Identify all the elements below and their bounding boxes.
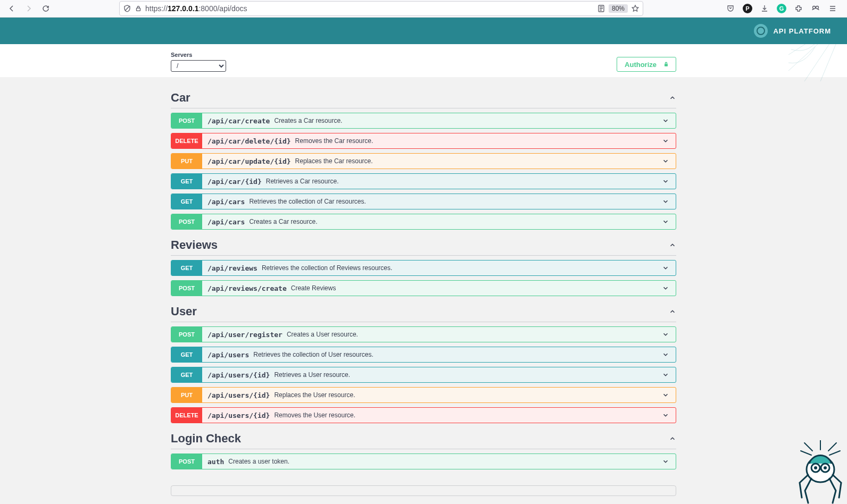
back-button[interactable] [4, 1, 19, 16]
chevron-down-icon [655, 264, 676, 272]
operation-path: /api/reviews [207, 264, 258, 272]
operation-body: /api/carsCreates a Car resource. [202, 218, 655, 226]
operation-row[interactable]: DELETE/api/car/delete/{id}Removes the Ca… [171, 133, 676, 149]
chevron-up-icon [669, 94, 676, 102]
tag-section: ReviewsGET/api/reviewsRetrieves the coll… [171, 234, 676, 296]
extensions-icon[interactable] [794, 4, 803, 13]
extension-p-icon[interactable]: P [743, 4, 752, 13]
operation-path: /api/users/{id} [207, 391, 270, 399]
tag-header[interactable]: Car [171, 87, 676, 108]
operation-row[interactable]: GET/api/usersRetrieves the collection of… [171, 347, 676, 363]
operation-body: /api/user/registerCreates a User resourc… [202, 331, 655, 339]
operation-description: Retrieves a Car resource. [266, 178, 339, 185]
tag-section: UserPOST/api/user/registerCreates a User… [171, 300, 676, 423]
operation-body: authCreates a user token. [202, 458, 655, 466]
operation-row[interactable]: PUT/api/car/update/{id}Replaces the Car … [171, 153, 676, 169]
url-bar[interactable]: https://127.0.0.1:8000/api/docs 80% [119, 1, 643, 16]
servers-label: Servers [171, 52, 676, 58]
operation-description: Retrieves the collection of Reviews reso… [262, 264, 392, 272]
extension-g-icon[interactable]: G [777, 4, 786, 13]
operation-path: /api/users/{id} [207, 411, 270, 419]
operation-row[interactable]: POST/api/user/registerCreates a User res… [171, 326, 676, 342]
menu-icon[interactable] [828, 4, 837, 13]
chevron-down-icon [655, 137, 676, 145]
operation-description: Replaces the Car resource. [295, 157, 373, 165]
operation-path: /api/user/register [207, 331, 283, 339]
chevron-down-icon [655, 178, 676, 185]
tag-title: Reviews [171, 238, 218, 252]
operation-description: Creates a Car resource. [274, 117, 342, 124]
brand-text: API PLATFORM [773, 27, 831, 35]
servers-select[interactable]: / [171, 60, 226, 72]
chevron-down-icon [655, 117, 676, 124]
operation-row[interactable]: GET/api/carsRetrieves the collection of … [171, 194, 676, 209]
reader-icon[interactable] [597, 4, 605, 13]
chevron-down-icon [655, 351, 676, 358]
chevron-down-icon [655, 391, 676, 399]
operation-row[interactable]: GET/api/car/{id}Retrieves a Car resource… [171, 173, 676, 189]
operation-row[interactable]: DELETE/api/users/{id}Removes the User re… [171, 407, 676, 423]
operation-description: Retrieves a User resource. [274, 371, 350, 379]
zoom-badge[interactable]: 80% [609, 4, 628, 13]
chevron-up-icon [669, 241, 676, 249]
chevron-down-icon [655, 411, 676, 419]
operation-row[interactable]: GET/api/users/{id}Retrieves a User resou… [171, 367, 676, 383]
main-area: CarPOST/api/car/createCreates a Car reso… [0, 77, 847, 504]
http-method-badge: DELETE [171, 408, 202, 423]
operation-body: /api/car/{id}Retrieves a Car resource. [202, 178, 655, 186]
tag-title: Car [171, 91, 190, 105]
chevron-down-icon [655, 198, 676, 205]
chevron-up-icon [669, 435, 676, 442]
shield-icon [123, 4, 131, 13]
operation-description: Creates a User resource. [287, 331, 358, 338]
operation-body: /api/reviewsRetrieves the collection of … [202, 264, 655, 272]
operation-path: /api/car/{id} [207, 178, 262, 186]
svg-rect-0 [137, 8, 140, 11]
http-method-badge: GET [171, 261, 202, 275]
pocket-icon[interactable] [726, 4, 735, 13]
tag-header[interactable]: Login Check [171, 427, 676, 449]
operation-row[interactable]: PUT/api/users/{id}Replaces the User reso… [171, 387, 676, 403]
servers-bar: Servers / Authorize [0, 44, 847, 77]
reload-button[interactable] [38, 1, 53, 16]
operation-description: Retrieves the collection of User resourc… [253, 351, 373, 358]
operation-description: Create Reviews [291, 284, 336, 292]
operation-row[interactable]: POST/api/car/createCreates a Car resourc… [171, 113, 676, 129]
tag-header[interactable]: Reviews [171, 234, 676, 256]
operation-row[interactable]: POSTauthCreates a user token. [171, 453, 676, 469]
brand[interactable]: API PLATFORM [754, 24, 831, 38]
operation-path: /api/car/delete/{id} [207, 137, 291, 145]
schemas-section[interactable] [171, 485, 676, 496]
operation-row[interactable]: GET/api/reviewsRetrieves the collection … [171, 260, 676, 276]
http-method-badge: PUT [171, 388, 202, 402]
operation-row[interactable]: POST/api/reviews/createCreate Reviews [171, 280, 676, 296]
operation-description: Creates a user token. [228, 458, 289, 465]
http-method-badge: POST [171, 454, 202, 469]
authorize-button[interactable]: Authorize [617, 57, 676, 72]
operation-path: /api/users [207, 351, 249, 359]
forward-button[interactable] [21, 1, 36, 16]
browser-right-icons: P G [726, 4, 843, 13]
http-method-badge: GET [171, 347, 202, 362]
http-method-badge: GET [171, 174, 202, 189]
tag-header[interactable]: User [171, 300, 676, 322]
operation-description: Creates a Car resource. [249, 218, 317, 225]
operation-body: /api/carsRetrieves the collection of Car… [202, 198, 655, 206]
operation-path: /api/reviews/create [207, 284, 287, 292]
brand-logo-icon [754, 24, 768, 38]
operation-path: auth [207, 458, 224, 466]
operation-path: /api/car/update/{id} [207, 157, 291, 165]
http-method-badge: POST [171, 327, 202, 342]
chevron-down-icon [655, 157, 676, 165]
operation-path: /api/users/{id} [207, 371, 270, 379]
tag-section: CarPOST/api/car/createCreates a Car reso… [171, 87, 676, 230]
operation-body: /api/reviews/createCreate Reviews [202, 284, 655, 292]
bookmark-icon[interactable] [631, 4, 640, 13]
downloads-icon[interactable] [760, 4, 769, 13]
account-icon[interactable] [811, 4, 820, 13]
operation-row[interactable]: POST/api/carsCreates a Car resource. [171, 214, 676, 230]
operation-body: /api/users/{id}Replaces the User resourc… [202, 391, 655, 399]
svg-rect-4 [665, 64, 668, 66]
browser-toolbar: https://127.0.0.1:8000/api/docs 80% P G [0, 0, 847, 18]
top-banner: API PLATFORM [0, 18, 847, 44]
